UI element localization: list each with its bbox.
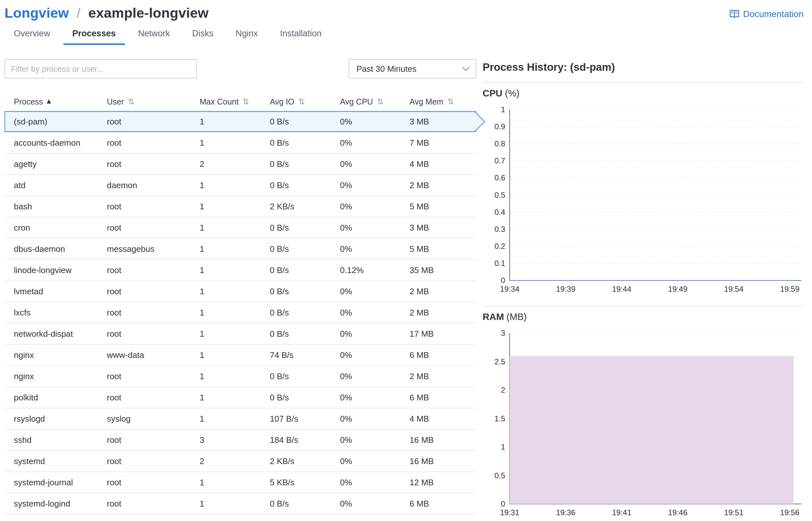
- tabs: OverviewProcessesNetworkDisksNginxInstal…: [0, 24, 812, 45]
- cell-max-count: 1: [200, 265, 270, 275]
- cell-max-count: 1: [200, 478, 270, 488]
- cell-max-count: 1: [200, 138, 270, 148]
- table-row[interactable]: systemd-journalroot15 KB/s0%12 MB: [4, 472, 476, 493]
- cell-avg-cpu: 0%: [340, 223, 409, 233]
- chevron-down-icon: [462, 63, 469, 71]
- sort-icon: ⇅: [447, 98, 454, 106]
- cell-avg-cpu: 0%: [340, 138, 409, 148]
- cell-max-count: 3: [200, 435, 270, 445]
- cell-process: cron: [4, 223, 107, 233]
- tab-installation[interactable]: Installation: [271, 24, 331, 45]
- cell-avg-mem: 35 MB: [409, 265, 476, 275]
- table-row[interactable]: sshdroot3184 B/s0%16 MB: [4, 430, 476, 451]
- svg-text:19:41: 19:41: [612, 508, 632, 517]
- table-row[interactable]: lxcfsroot10 B/s0%2 MB: [4, 302, 476, 323]
- cell-avg-mem: 7 MB: [409, 138, 476, 148]
- cell-avg-cpu: 0%: [340, 244, 409, 254]
- tab-network[interactable]: Network: [129, 24, 179, 45]
- cell-avg-mem: 16 MB: [409, 435, 476, 445]
- cell-avg-io: 74 B/s: [270, 350, 340, 360]
- column-label: Process: [14, 97, 43, 107]
- cell-user: root: [107, 435, 200, 445]
- table-row[interactable]: dbus-daemonmessagebus10 B/s0%5 MB: [4, 239, 476, 260]
- table-row[interactable]: nginxwww-data174 B/s0%6 MB: [4, 345, 476, 366]
- cell-user: messagebus: [107, 244, 200, 254]
- cell-process: agetty: [4, 159, 107, 169]
- table-row[interactable]: systemd-logindroot10 B/s0%6 MB: [4, 493, 476, 515]
- table-row[interactable]: atddaemon10 B/s0%2 MB: [4, 175, 476, 196]
- table-row[interactable]: nginxroot10 B/s0%2 MB: [4, 366, 476, 387]
- table-row[interactable]: polkitdroot10 B/s0%6 MB: [4, 387, 476, 408]
- cell-avg-io: 0 B/s: [270, 393, 340, 403]
- cpu-chart-plot: 10.90.80.70.60.50.40.30.20.1019:3419:391…: [483, 100, 804, 299]
- cell-avg-mem: 6 MB: [409, 350, 476, 360]
- tab-nginx[interactable]: Nginx: [227, 24, 267, 45]
- svg-text:2.5: 2.5: [494, 357, 505, 366]
- cell-avg-io: 0 B/s: [270, 371, 340, 381]
- cell-avg-mem: 2 MB: [409, 371, 476, 381]
- svg-text:1.5: 1.5: [494, 414, 505, 423]
- table-row[interactable]: lvmetadroot10 B/s0%2 MB: [4, 281, 476, 302]
- tab-overview[interactable]: Overview: [5, 24, 59, 45]
- svg-text:19:56: 19:56: [780, 508, 799, 517]
- column-header-user[interactable]: User⇅: [107, 97, 200, 107]
- column-header-avg-mem[interactable]: Avg Mem⇅: [409, 97, 476, 107]
- sort-icon: ⇅: [377, 98, 383, 106]
- documentation-link[interactable]: Documentation: [729, 8, 804, 20]
- column-label: Avg Mem: [409, 97, 443, 107]
- cell-avg-io: 5 KB/s: [270, 478, 340, 488]
- cell-avg-io: 0 B/s: [270, 308, 340, 318]
- table-row[interactable]: networkd-dispatroot10 B/s0%17 MB: [4, 323, 476, 345]
- svg-text:19:44: 19:44: [612, 285, 632, 293]
- svg-text:19:59: 19:59: [780, 285, 799, 293]
- cell-avg-mem: 4 MB: [409, 159, 476, 169]
- cell-process: systemd-logind: [4, 499, 107, 509]
- table-row[interactable]: (sd-pam)root10 B/s0%3 MB: [4, 111, 476, 133]
- header: Longview / example-longview Documentatio…: [0, 0, 812, 21]
- ram-chart-plot: 32.521.510.5019:3119:3619:4119:4619:5119…: [483, 323, 804, 521]
- column-header-avg-io[interactable]: Avg IO⇅: [270, 97, 340, 107]
- cell-avg-cpu: 0%: [340, 180, 409, 190]
- book-icon: [729, 8, 740, 20]
- cpu-chart-title: CPU (%): [483, 88, 804, 99]
- main-content: Past 30 Minutes Process▲User⇅Max Count⇅A…: [0, 59, 812, 521]
- cell-max-count: 1: [200, 393, 270, 403]
- cell-avg-mem: 3 MB: [409, 223, 476, 233]
- cell-process: sshd: [4, 435, 107, 445]
- svg-text:0.9: 0.9: [494, 122, 505, 131]
- cell-avg-io: 0 B/s: [270, 180, 340, 190]
- time-range-select[interactable]: Past 30 Minutes: [349, 59, 476, 78]
- column-header-max-count[interactable]: Max Count⇅: [200, 97, 270, 107]
- cell-user: syslog: [107, 414, 200, 424]
- filter-input[interactable]: [4, 59, 197, 78]
- table-row[interactable]: bashroot12 KB/s0%5 MB: [4, 196, 476, 218]
- table-body: (sd-pam)root10 B/s0%3 MBaccounts-daemonr…: [4, 111, 476, 515]
- cell-max-count: 1: [200, 287, 270, 296]
- cell-max-count: 1: [200, 244, 270, 254]
- cell-avg-mem: 4 MB: [409, 414, 476, 424]
- column-header-process[interactable]: Process▲: [4, 97, 107, 107]
- table-row[interactable]: linode-longviewroot10 B/s0.12%35 MB: [4, 260, 476, 281]
- svg-text:0.4: 0.4: [494, 208, 505, 217]
- column-header-avg-cpu[interactable]: Avg CPU⇅: [340, 97, 409, 107]
- cell-user: root: [107, 499, 200, 509]
- cell-process: rsyslogd: [4, 414, 107, 424]
- cell-avg-io: 184 B/s: [270, 435, 340, 445]
- cell-process: accounts-daemon: [4, 138, 107, 148]
- cell-user: root: [107, 117, 200, 127]
- tab-processes[interactable]: Processes: [63, 24, 125, 45]
- table-row[interactable]: cronroot10 B/s0%3 MB: [4, 218, 476, 239]
- table-row[interactable]: accounts-daemonroot10 B/s0%7 MB: [4, 133, 476, 154]
- sort-icon: ⇅: [298, 98, 305, 106]
- cell-user: root: [107, 393, 200, 403]
- cell-user: root: [107, 223, 200, 233]
- svg-text:1: 1: [501, 105, 505, 114]
- breadcrumb-longview-link[interactable]: Longview: [4, 5, 69, 21]
- cell-avg-io: 0 B/s: [270, 499, 340, 509]
- svg-text:0: 0: [501, 276, 505, 285]
- table-row[interactable]: agettyroot20 B/s0%4 MB: [4, 154, 476, 175]
- table-row[interactable]: rsyslogdsyslog1107 B/s0%4 MB: [4, 408, 476, 430]
- svg-text:19:46: 19:46: [668, 508, 687, 517]
- table-row[interactable]: systemdroot22 KB/s0%16 MB: [4, 451, 476, 472]
- tab-disks[interactable]: Disks: [183, 24, 222, 45]
